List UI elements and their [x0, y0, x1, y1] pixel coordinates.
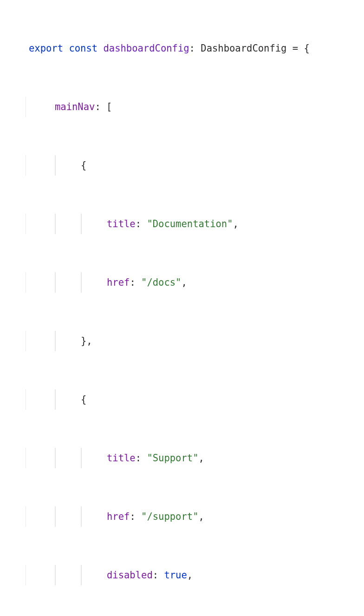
keyword-const: const: [69, 44, 98, 53]
identifier: dashboardConfig: [103, 44, 189, 53]
property-key: title: [107, 219, 136, 229]
string-literal: "Documentation": [147, 219, 233, 229]
gutter: [0, 389, 26, 410]
gutter: [0, 448, 26, 468]
string-literal: "Support": [147, 453, 198, 463]
code-line[interactable]: {: [0, 155, 364, 176]
property-key: title: [107, 453, 136, 463]
boolean-literal: true: [164, 570, 187, 580]
gutter: [0, 506, 26, 527]
code-line[interactable]: disabled: true,: [0, 565, 364, 585]
gutter: [0, 155, 26, 176]
property-key: href: [107, 278, 130, 288]
code-line[interactable]: href: "/support",: [0, 506, 364, 527]
code-line[interactable]: export const dashboardConfig: DashboardC…: [0, 38, 364, 59]
code-line[interactable]: },: [0, 331, 364, 351]
code-line[interactable]: title: "Support",: [0, 448, 364, 468]
property-key: href: [107, 512, 130, 522]
code-line[interactable]: href: "/docs",: [0, 272, 364, 293]
gutter: [0, 214, 26, 234]
gutter: [0, 331, 26, 351]
type-annotation: DashboardConfig: [201, 44, 286, 53]
code-line[interactable]: title: "Documentation",: [0, 214, 364, 234]
code-line[interactable]: {: [0, 389, 364, 410]
keyword-export: export: [29, 44, 63, 53]
property-key: mainNav: [55, 102, 95, 112]
string-literal: "/support": [141, 512, 198, 522]
gutter: [0, 97, 26, 117]
gutter: [0, 38, 26, 59]
gutter: [0, 565, 26, 585]
string-literal: "/docs": [141, 278, 181, 288]
gutter: [0, 272, 26, 293]
code-line[interactable]: mainNav: [: [0, 97, 364, 117]
code-editor[interactable]: export const dashboardConfig: DashboardC…: [0, 0, 364, 616]
property-key: disabled: [107, 570, 153, 580]
